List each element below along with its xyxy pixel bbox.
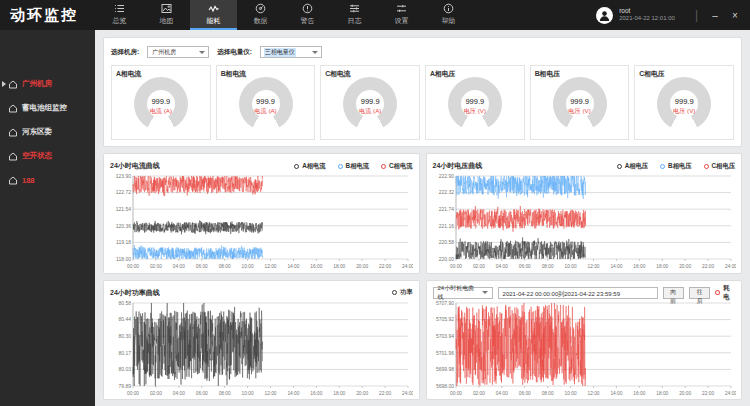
legend-item[interactable]: B相电压: [660, 162, 691, 171]
voltage-chart-plot[interactable]: 222.90222.32221.74221.16220.58220.0000:0…: [433, 173, 736, 270]
svg-text:24:00: 24:00: [724, 390, 735, 395]
gauge-card-c-current: C相电流 999.9 电流 (A): [320, 65, 420, 140]
svg-text:04:00: 04:00: [173, 264, 185, 269]
gauge-unit: 电压 (V): [673, 107, 695, 116]
gauge-value: 999.9: [151, 97, 170, 106]
chart-title: 24小时电压曲线: [433, 161, 483, 171]
legend-item[interactable]: 功率: [392, 288, 413, 297]
legend-item[interactable]: B相电流: [338, 162, 369, 171]
step-forward-button[interactable]: 往后: [689, 287, 710, 299]
topbar-right: root 2021-04-22 12:01:00 | – ×: [596, 0, 750, 30]
main-nav: 总览 地图 能耗 数据 警告 日志: [96, 0, 472, 30]
meter-select[interactable]: 三相电量仪: [260, 46, 322, 58]
svg-text:5705.92: 5705.92: [435, 316, 453, 322]
sidebar-item-battery-monitor[interactable]: 蓄电池组监控: [0, 96, 95, 120]
list-icon: [114, 3, 125, 14]
svg-text:00:00: 00:00: [127, 264, 139, 269]
svg-text:5699.98: 5699.98: [435, 366, 453, 372]
waveform-icon: [208, 3, 219, 14]
svg-text:22:00: 22:00: [702, 390, 714, 395]
legend-ring-icon: [392, 290, 397, 295]
legend-label: 功率: [400, 288, 413, 297]
svg-text:08:00: 08:00: [219, 264, 231, 269]
tab-logs[interactable]: 日志: [331, 0, 378, 30]
legend-item[interactable]: C相电流: [381, 162, 412, 171]
svg-text:16:00: 16:00: [633, 390, 645, 395]
legend-item[interactable]: A相电压: [617, 162, 648, 171]
svg-text:22:00: 22:00: [379, 264, 391, 269]
svg-text:221.74: 221.74: [438, 206, 454, 212]
legend-ring-icon: [660, 164, 665, 169]
svg-text:06:00: 06:00: [518, 264, 530, 269]
gauge-card-b-voltage: B相电压 999.9 电压 (V): [530, 65, 630, 140]
legend-item[interactable]: A相电流: [294, 162, 325, 171]
sidebar-item-label: 空开状态: [22, 151, 52, 161]
curve-type-select[interactable]: 24小时耗电曲线: [433, 287, 493, 299]
meter-select-value: 三相电量仪: [264, 48, 296, 57]
window-controls-divider: |: [695, 8, 698, 22]
voltage-chart-panel: 24小时电压曲线 A相电压B相电压C相电压 222.90222.32221.74…: [426, 153, 743, 274]
sidebar-item-label: 蓄电池组监控: [22, 103, 67, 113]
sidebar-item-breaker-status[interactable]: 空开状态: [0, 144, 95, 168]
user-avatar[interactable]: [596, 7, 613, 24]
power-chart-plot[interactable]: 80.5880.4480.3080.1780.0379.8900:0002:00…: [110, 300, 413, 397]
tab-settings[interactable]: 设置: [378, 0, 425, 30]
tab-help[interactable]: 帮助: [425, 0, 472, 30]
svg-text:06:00: 06:00: [196, 264, 208, 269]
sidebar-item-188[interactable]: 188: [0, 168, 95, 192]
sliders-icon: [349, 3, 360, 14]
svg-text:10:00: 10:00: [564, 264, 576, 269]
svg-text:20:00: 20:00: [679, 264, 691, 269]
consumption-chart-plot[interactable]: 5707.905705.925703.945701.965699.985698.…: [433, 300, 736, 397]
svg-text:02:00: 02:00: [472, 264, 484, 269]
legend-label: A相电压: [625, 162, 648, 171]
svg-text:14:00: 14:00: [287, 390, 299, 395]
date-range-input[interactable]: 2021-04-22 00:00:00到2021-04-22 23:59:59: [498, 287, 658, 299]
svg-text:00:00: 00:00: [127, 390, 139, 395]
sidebar-item-label: 188: [22, 176, 35, 185]
current-chart-panel: 24小时电流曲线 A相电流B相电流C相电流 123.90122.72121.54…: [103, 153, 420, 274]
tab-alerts[interactable]: 警告: [284, 0, 331, 30]
svg-text:80.44: 80.44: [118, 316, 131, 322]
svg-text:04:00: 04:00: [173, 390, 185, 395]
gauge-unit: 电压 (V): [568, 107, 590, 116]
svg-text:24:00: 24:00: [402, 264, 413, 269]
svg-text:08:00: 08:00: [219, 390, 231, 395]
chart-title: 24小时电流曲线: [110, 161, 160, 171]
room-select-value: 广州机房: [151, 48, 177, 57]
room-select[interactable]: 广州机房: [147, 46, 209, 58]
tab-map[interactable]: 地图: [143, 0, 190, 30]
svg-text:14:00: 14:00: [610, 390, 622, 395]
sidebar-item-guangzhou-room[interactable]: 广州机房: [0, 72, 95, 96]
topbar: 动环监控 总览 地图 能耗 数据 警告: [0, 0, 750, 30]
consumption-chart-panel: 24小时耗电曲线 2021-04-22 00:00:00到2021-04-22 …: [426, 280, 743, 401]
step-back-button[interactable]: 向前: [663, 287, 684, 299]
legend-ring-icon: [381, 164, 386, 169]
tab-overview[interactable]: 总览: [96, 0, 143, 30]
gauge-card-a-voltage: A相电压 999.9 电压 (V): [425, 65, 525, 140]
minimize-button[interactable]: –: [708, 10, 722, 21]
svg-text:222.90: 222.90: [438, 173, 454, 179]
svg-text:20:00: 20:00: [679, 390, 691, 395]
tab-energy[interactable]: 能耗: [190, 0, 237, 30]
svg-text:12:00: 12:00: [587, 264, 599, 269]
tab-data[interactable]: 数据: [237, 0, 284, 30]
current-chart-plot[interactable]: 123.90122.72121.54120.36119.18118.0000:0…: [110, 173, 413, 270]
gauge-card-b-current: B相电流 999.9 电流 (A): [216, 65, 316, 140]
sidebar-item-hedong[interactable]: 河东区委: [0, 120, 95, 144]
chevron-down-icon: [199, 51, 205, 54]
svg-text:5701.96: 5701.96: [435, 349, 453, 355]
tab-label: 总览: [113, 16, 127, 26]
gauge-unit: 电压 (V): [464, 107, 486, 116]
svg-text:221.16: 221.16: [438, 223, 454, 229]
chart-legend: A相电流B相电流C相电流: [294, 162, 412, 171]
close-button[interactable]: ×: [728, 10, 742, 21]
meters-panel: 选择机房: 广州机房 选择电量仪: 三相电量仪 A相电流: [103, 37, 742, 147]
svg-text:16:00: 16:00: [633, 264, 645, 269]
chart-legend: A相电压B相电压C相电压: [617, 162, 735, 171]
settings-sliders-icon: [396, 3, 407, 14]
chart-legend: 功率: [392, 288, 413, 297]
legend-item[interactable]: C相电压: [704, 162, 735, 171]
svg-text:08:00: 08:00: [541, 390, 553, 395]
svg-text:12:00: 12:00: [264, 264, 276, 269]
